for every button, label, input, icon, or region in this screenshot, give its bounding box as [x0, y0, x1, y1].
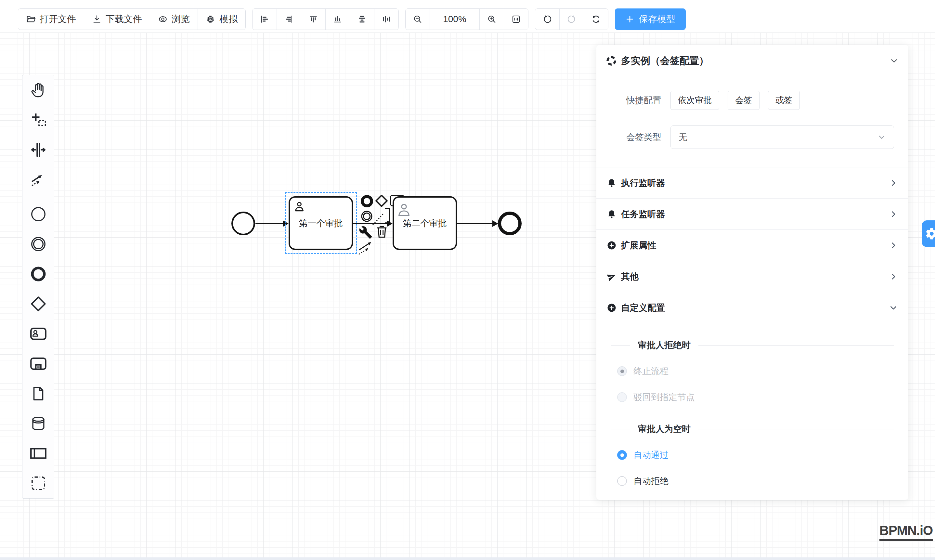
sequence-flow-2[interactable]: [353, 223, 388, 224]
align-left-button[interactable]: [252, 9, 277, 29]
align-right-icon: [284, 14, 294, 24]
create-data-object[interactable]: [22, 378, 54, 409]
radio-label: 自动通过: [634, 449, 669, 461]
radio-button[interactable]: [617, 450, 627, 460]
create-start-event[interactable]: [22, 199, 54, 229]
task-first-approval[interactable]: 第一个审批: [289, 196, 353, 250]
zoom-out-button[interactable]: [406, 9, 430, 29]
create-gateway[interactable]: [22, 289, 54, 319]
sequence-flow-3[interactable]: [457, 223, 493, 224]
align-bottom-button[interactable]: [325, 9, 350, 29]
create-data-store[interactable]: [22, 409, 54, 438]
append-end-event-button[interactable]: [361, 195, 373, 208]
multi-instance-icon: [606, 55, 617, 66]
lasso-tool[interactable]: [22, 105, 54, 135]
empty-group-divider: 审批人为空时: [611, 423, 894, 435]
bell-icon: [607, 209, 617, 219]
redo-button[interactable]: [559, 9, 584, 29]
preview-button[interactable]: 浏览: [150, 9, 198, 29]
reject-group-title: 审批人拒绝时: [638, 339, 690, 351]
quick-config-countersign-button[interactable]: 会签: [727, 91, 760, 110]
chevron-right-icon: [889, 272, 898, 281]
task-label: 第一个审批: [290, 198, 352, 249]
open-file-button[interactable]: 打开文件: [18, 9, 84, 29]
preview-label: 浏览: [172, 13, 190, 25]
align-center-horizontal-button[interactable]: [350, 9, 374, 29]
change-type-wrench-button[interactable]: [359, 226, 372, 239]
align-center-vertical-button[interactable]: [374, 9, 398, 29]
sign-type-row: 会签类型 无: [597, 125, 908, 149]
hand-tool[interactable]: [22, 75, 54, 105]
section-label: 自定义配置: [621, 302, 665, 314]
align-top-icon: [308, 14, 318, 24]
sign-type-select[interactable]: 无: [670, 125, 894, 149]
simulate-button[interactable]: 模拟: [198, 9, 245, 29]
end-event-shape[interactable]: [498, 212, 521, 235]
zoom-button-group: 100%: [405, 8, 528, 30]
quick-config-sequential-button[interactable]: 依次审批: [670, 91, 719, 110]
radio-button[interactable]: [617, 366, 627, 376]
create-subprocess[interactable]: [22, 349, 54, 378]
align-center-vertical-icon: [381, 14, 391, 24]
participant-icon: [29, 444, 48, 463]
section-custom-config[interactable]: 自定义配置: [597, 292, 908, 323]
undo-button[interactable]: [535, 9, 559, 29]
history-button-group: [535, 8, 608, 30]
task-second-approval[interactable]: 第二个审批: [392, 196, 457, 250]
radio-terminate-process[interactable]: 终止流程: [617, 365, 908, 377]
start-event-icon: [29, 205, 47, 223]
quick-config-orsign-button[interactable]: 或签: [768, 91, 800, 110]
create-participant[interactable]: [22, 438, 54, 468]
start-event-shape[interactable]: [231, 212, 255, 235]
align-top-button[interactable]: [301, 9, 325, 29]
radio-auto-reject[interactable]: 自动拒绝: [617, 475, 908, 487]
create-intermediate-event[interactable]: [22, 229, 54, 259]
global-connect-tool[interactable]: [22, 165, 54, 195]
chevron-right-icon: [889, 210, 898, 219]
zoom-in-icon: [487, 14, 497, 24]
section-other[interactable]: 其他: [597, 261, 908, 292]
radio-button[interactable]: [617, 392, 627, 402]
user-task-icon: [29, 325, 48, 343]
sequence-flow-1[interactable]: [255, 223, 284, 224]
section-task-listener[interactable]: 任务监听器: [597, 198, 908, 230]
reset-button[interactable]: [584, 9, 608, 29]
align-right-button[interactable]: [277, 9, 301, 29]
delete-trash-button[interactable]: [376, 224, 388, 239]
bpmn-io-watermark-underline: [880, 539, 933, 541]
create-user-task[interactable]: [22, 319, 54, 349]
section-execution-listener[interactable]: 执行监听器: [597, 168, 908, 198]
save-model-button[interactable]: 保存模型: [615, 8, 686, 30]
radio-auto-pass[interactable]: 自动通过: [617, 449, 908, 461]
radio-return-to-node[interactable]: 驳回到指定节点: [617, 391, 908, 403]
task-label: 第二个审批: [394, 198, 456, 249]
fit-viewport-button[interactable]: [504, 9, 528, 29]
bpmn-io-watermark[interactable]: BPMN.iO: [880, 523, 933, 541]
plus-circle-icon: [607, 240, 617, 250]
append-gateway-button[interactable]: [374, 194, 389, 208]
create-end-event[interactable]: [22, 259, 54, 289]
end-event-icon: [29, 265, 47, 283]
connect-tool-button[interactable]: [358, 239, 374, 255]
sign-type-label: 会签类型: [597, 131, 661, 143]
section-extended-properties[interactable]: 扩展属性: [597, 230, 908, 261]
zoom-in-button[interactable]: [479, 9, 504, 29]
empty-group-title: 审批人为空时: [638, 423, 690, 435]
radio-button[interactable]: [617, 476, 627, 486]
create-group[interactable]: [22, 468, 54, 498]
radio-label: 驳回到指定节点: [634, 391, 695, 403]
chevron-down-icon[interactable]: [889, 56, 899, 65]
save-model-label: 保存模型: [639, 13, 675, 25]
horizontal-scrollbar[interactable]: [0, 557, 935, 560]
chevron-down-icon: [889, 303, 898, 312]
download-file-label: 下载文件: [106, 13, 142, 25]
chevron-right-icon: [889, 241, 898, 250]
radio-label: 终止流程: [634, 365, 669, 377]
align-bottom-icon: [333, 14, 343, 24]
download-file-button[interactable]: 下载文件: [84, 9, 150, 29]
space-tool[interactable]: [22, 135, 54, 165]
append-intermediate-event-button[interactable]: [361, 210, 373, 222]
settings-tab[interactable]: [922, 220, 935, 247]
chevron-right-icon: [889, 178, 898, 188]
panel-header-multi-instance[interactable]: 多实例（会签配置）: [597, 45, 908, 77]
